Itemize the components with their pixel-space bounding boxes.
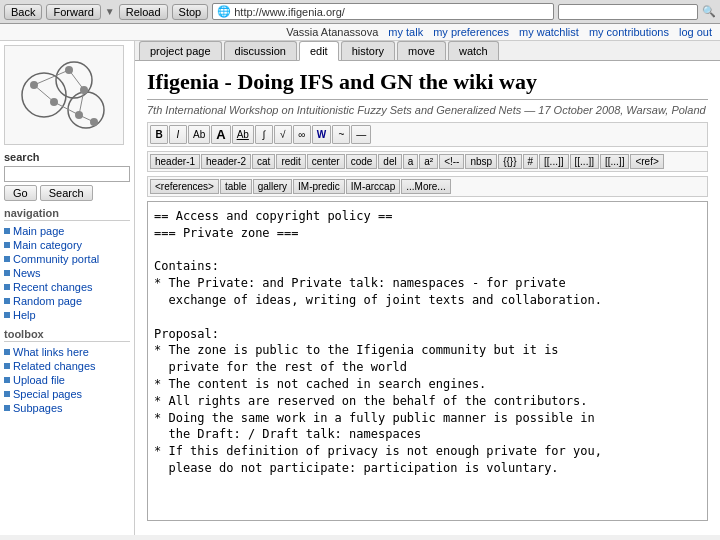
subpages-link[interactable]: Subpages [13,402,63,414]
nav-bullet [4,391,10,397]
svg-line-10 [34,70,69,85]
recent-changes-link[interactable]: Recent changes [13,281,93,293]
page-subtitle: 7th International Workshop on Intuitioni… [147,104,708,116]
tab-project-page[interactable]: project page [139,41,222,60]
header2-button[interactable]: header-2 [201,154,251,169]
navigation-heading: navigation [4,207,130,221]
search-section: search Go Search [4,151,130,201]
tab-edit[interactable]: edit [299,41,339,61]
a-button[interactable]: a [403,154,419,169]
nav-bullet [4,242,10,248]
tilde-button[interactable]: ~ [332,125,350,144]
news-link[interactable]: News [13,267,41,279]
cat-button[interactable]: cat [252,154,275,169]
brackets1-button[interactable]: [[...]] [539,154,568,169]
header1-button[interactable]: header-1 [150,154,200,169]
go-button[interactable]: Go [4,185,37,201]
template-button[interactable]: {{}} [498,154,521,169]
svg-line-9 [34,85,54,102]
tag-toolbar-1: header-1 header-2 cat redit center code … [147,151,708,172]
im-arccap-button[interactable]: IM-arccap [346,179,400,194]
del-button[interactable]: del [378,154,401,169]
my-preferences-link[interactable]: my preferences [433,26,509,38]
sidebar-logo [4,45,124,145]
content-area: project page discussion edit history mov… [135,41,720,535]
nav-bullet [4,405,10,411]
address-bar[interactable]: 🌐 http://www.ifigenia.org/ [212,3,554,20]
nav-item-random-page: Random page [4,294,130,308]
main-page-link[interactable]: Main page [13,225,64,237]
related-changes-link[interactable]: Related changes [13,360,96,372]
redit-button[interactable]: redit [276,154,305,169]
a-sup-button[interactable]: a² [419,154,438,169]
page-title: Ifigenia - Doing IFS and GN the wiki way [147,69,708,100]
search-input[interactable] [4,166,130,182]
gallery-button[interactable]: gallery [253,179,292,194]
nav-bullet [4,377,10,383]
browser-chrome: Back Forward ▼ Reload Stop 🌐 http://www.… [0,0,720,24]
wiki-textarea[interactable] [147,201,708,521]
brackets2-button[interactable]: [[...]] [570,154,599,169]
sidebar: search Go Search navigation Main page Ma… [0,41,135,535]
my-watchlist-link[interactable]: my watchlist [519,26,579,38]
tool-special-pages: Special pages [4,387,130,401]
center-button[interactable]: center [307,154,345,169]
reload-button[interactable]: Reload [119,4,168,20]
comment-button[interactable]: <!-- [439,154,464,169]
browser-search-input[interactable] [558,4,698,20]
community-portal-link[interactable]: Community portal [13,253,99,265]
nbsp-button[interactable]: nbsp [465,154,497,169]
im-predic-button[interactable]: IM-predic [293,179,345,194]
w-button[interactable]: W [312,125,331,144]
nav-bullet [4,228,10,234]
forward-button[interactable]: Forward [46,4,100,20]
upload-file-link[interactable]: Upload file [13,374,65,386]
format-toolbar: B I Ab A Ab ∫ √ ∞ W ~ — [147,122,708,147]
svg-line-11 [69,70,84,90]
brackets3-button[interactable]: [[...]] [600,154,629,169]
tab-history[interactable]: history [341,41,395,60]
references-button[interactable]: <references> [150,179,219,194]
tag-toolbar-2: <references> table gallery IM-predic IM-… [147,176,708,197]
svg-point-0 [22,73,66,117]
log-out-link[interactable]: log out [679,26,712,38]
main-layout: search Go Search navigation Main page Ma… [0,41,720,535]
toolbox-heading: toolbox [4,328,130,342]
ref-button[interactable]: <ref> [630,154,663,169]
big-a-button[interactable]: A [211,125,230,144]
tool-upload-file: Upload file [4,373,130,387]
more-button[interactable]: ...More... [401,179,450,194]
tabs-bar: project page discussion edit history mov… [135,41,720,61]
code-button[interactable]: code [346,154,378,169]
bold-button[interactable]: B [150,125,168,144]
random-page-link[interactable]: Random page [13,295,82,307]
globe-icon: 🌐 [217,5,231,18]
what-links-here-link[interactable]: What links here [13,346,89,358]
integral-button[interactable]: ∫ [255,125,273,144]
help-link[interactable]: Help [13,309,36,321]
nav-item-help: Help [4,308,130,322]
stop-button[interactable]: Stop [172,4,209,20]
table-button[interactable]: table [220,179,252,194]
search-buttons: Go Search [4,185,130,201]
url-text: http://www.ifigenia.org/ [234,6,345,18]
tab-watch[interactable]: watch [448,41,499,60]
nav-item-main-category: Main category [4,238,130,252]
dash-button[interactable]: — [351,125,371,144]
search-button[interactable]: Search [40,185,93,201]
italic-button[interactable]: I [169,125,187,144]
sqrt-button[interactable]: √ [274,125,292,144]
main-category-link[interactable]: Main category [13,239,82,251]
my-talk-link[interactable]: my talk [388,26,423,38]
my-contributions-link[interactable]: my contributions [589,26,669,38]
nav-bullet [4,270,10,276]
ab-button[interactable]: Ab [188,125,210,144]
tool-what-links-here: What links here [4,345,130,359]
special-pages-link[interactable]: Special pages [13,388,82,400]
tab-discussion[interactable]: discussion [224,41,297,60]
ab2-button[interactable]: Ab [232,125,254,144]
tab-move[interactable]: move [397,41,446,60]
infinity-button[interactable]: ∞ [293,125,311,144]
back-button[interactable]: Back [4,4,42,20]
hash-button[interactable]: # [523,154,539,169]
